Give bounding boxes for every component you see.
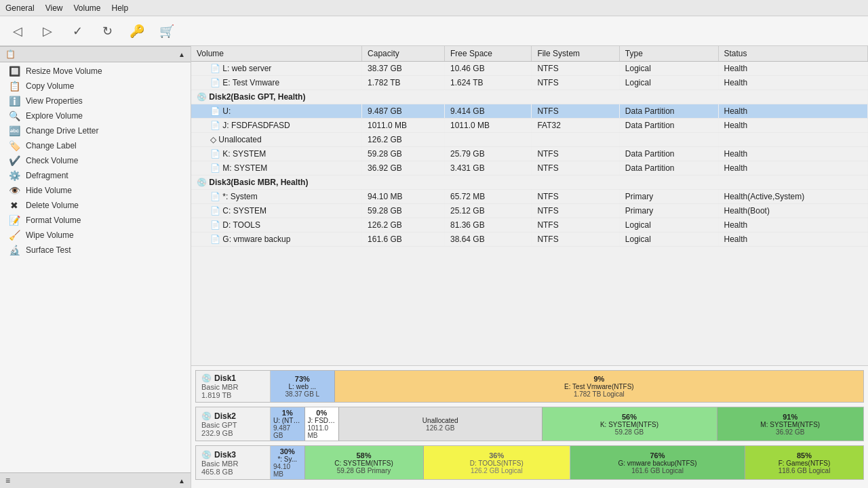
volume-icon: 📄 [210, 192, 220, 201]
disk-visualizer: 💿 Disk1 Basic MBR 1.819 TB 73% L: web ..… [191, 366, 868, 488]
volume-table-container[interactable]: Volume Capacity Free Space File System T… [191, 46, 868, 366]
partition-size: 9.487 GB [273, 424, 302, 439]
cell-type: Logical [619, 76, 718, 90]
disk-size: 465.8 GB [201, 468, 264, 476]
menu-volume[interactable]: Volume [74, 3, 101, 13]
cart-button[interactable]: 🛒 [155, 20, 179, 43]
table-row[interactable]: 📄 G: vmware backup 161.6 GB 38.64 GB NTF… [191, 232, 868, 247]
table-row[interactable]: 📄 K: SYSTEM 59.28 GB 25.79 GB NTFS Data … [191, 147, 868, 161]
sidebar-item-copy-volume[interactable]: 📋Copy Volume [0, 79, 191, 94]
menu-general[interactable]: General [5, 3, 35, 13]
content-area: Volume Capacity Free Space File System T… [191, 46, 868, 488]
sidebar-item-change-drive-letter[interactable]: 🔤Change Drive Letter [0, 123, 191, 138]
disk-partitions: 73% L: web ... 38.37 GB L 9% E: Test Vmw… [271, 371, 863, 402]
operations-collapse[interactable]: ▲ [178, 51, 185, 58]
table-row[interactable]: 📄 E: Test Vmware 1.782 TB 1.624 TB NTFS … [191, 76, 868, 90]
disk-name: 💿 Disk1 [201, 373, 264, 383]
cell-capacity: 126.2 GB [362, 218, 445, 232]
cell-type: Data Partition [619, 119, 718, 133]
cell-volume: 📄 J: FSDFASDFASD [191, 119, 362, 133]
partition-name: E: Test Vmware(NTFS) [564, 383, 634, 390]
cell-capacity: 59.28 GB [362, 147, 445, 161]
pending-collapse[interactable]: ▲ [178, 477, 185, 485]
sidebar-item-view-properties[interactable]: ℹ️View Properties [0, 94, 191, 108]
partition[interactable]: 58% C: SYSTEM(NTFS) 59.28 GB Primary [305, 446, 424, 479]
sidebar-item-icon: 👁️ [8, 185, 20, 196]
sidebar-item-wipe-volume[interactable]: 🧹Wipe Volume [0, 228, 191, 243]
partition[interactable]: 56% K: SYSTEM(NTFS) 59.28 GB [542, 407, 717, 441]
cell-capacity: 94.10 MB [362, 190, 445, 204]
sidebar-item-resize-move-volume[interactable]: 🔲Resize Move Volume [0, 64, 191, 79]
sidebar-item-hide-volume[interactable]: 👁️Hide Volume [0, 183, 191, 198]
table-row[interactable]: 📄 U: 9.487 GB 9.414 GB NTFS Data Partiti… [191, 104, 868, 119]
sidebar-item-surface-test[interactable]: 🔬Surface Test [0, 243, 191, 258]
cell-volume: 📄 *: System [191, 190, 362, 204]
disk-label: 💿 Disk1 Basic MBR 1.819 TB [196, 371, 271, 402]
partition-size: 126.2 GB Logical [471, 467, 523, 474]
sidebar-item-icon: ℹ️ [8, 96, 20, 106]
table-row[interactable]: ◇ Unallocated 126.2 GB [191, 133, 868, 147]
apply-button[interactable]: ✓ [65, 20, 90, 43]
table-row[interactable]: 📄 *: System 94.10 MB 65.72 MB NTFS Prima… [191, 190, 868, 204]
cell-type: Primary [619, 190, 718, 204]
partition[interactable]: 1% U: (NTFS) 9.487 GB [271, 407, 305, 441]
partition-pct: 58% [356, 451, 371, 460]
pending-operations-header: ≡ ▲ [0, 472, 191, 488]
sidebar-item-icon: 🔤 [8, 125, 20, 136]
cell-type: Data Partition [619, 104, 718, 119]
toolbar: ◁ ▷ ✓ ↻ 🔑 🛒 [0, 16, 868, 46]
cell-freespace: 25.79 GB [444, 147, 531, 161]
cell-filesystem: NTFS [532, 76, 619, 90]
disk-type: Basic MBR [201, 460, 264, 468]
forward-button[interactable]: ▷ [35, 20, 60, 43]
sidebar-item-change-label[interactable]: 🏷️Change Label [0, 138, 191, 153]
back-button[interactable]: ◁ [5, 20, 30, 43]
partition[interactable]: 76% G: vmware backup(NTFS) 161.6 GB Logi… [570, 446, 745, 479]
partition[interactable]: 73% L: web ... 38.37 GB L [271, 371, 335, 402]
disk-icon: 💿 [201, 373, 212, 383]
sidebar-item-defragment[interactable]: ⚙️Defragment [0, 168, 191, 183]
menu-help[interactable]: Help [112, 3, 129, 13]
partition-size: 126.2 GB [426, 424, 454, 432]
partition-pct: 1% [282, 409, 293, 417]
sidebar-item-explore-volume[interactable]: 🔍Explore Volume [0, 108, 191, 123]
partition[interactable]: Unallocated 126.2 GB [339, 407, 542, 441]
volume-icon: 📄 [210, 206, 220, 216]
sidebar-items: 🔲Resize Move Volume📋Copy Volumeℹ️View Pr… [0, 62, 191, 259]
table-row[interactable]: 📄 D: TOOLS 126.2 GB 81.36 GB NTFS Logica… [191, 218, 868, 232]
partition[interactable]: 36% D: TOOLS(NTFS) 126.2 GB Logical [424, 446, 571, 479]
cell-volume: 📄 E: Test Vmware [191, 76, 362, 90]
partition-size: 59.28 GB [615, 428, 644, 436]
sidebar-item-label: Resize Move Volume [26, 66, 102, 76]
refresh-button[interactable]: ↻ [95, 20, 119, 43]
menu-view[interactable]: View [45, 3, 63, 13]
volume-icon: 📄 [210, 78, 220, 87]
table-row[interactable]: 📄 J: FSDFASDFASD 1011.0 MB 1011.0 MB FAT… [191, 119, 868, 133]
key-button[interactable]: 🔑 [125, 20, 149, 43]
cell-volume: 📄 D: TOOLS [191, 218, 362, 232]
partition[interactable]: 85% F: Games(NTFS) 118.6 GB Logical [745, 446, 863, 479]
sidebar-item-icon: 🏷️ [8, 140, 20, 151]
sidebar-item-check-volume[interactable]: ✔️Check Volume [0, 153, 191, 168]
sidebar-item-icon: ⚙️ [8, 170, 20, 181]
table-row[interactable]: 💿 Disk2(Basic GPT, Health) [191, 90, 868, 104]
sidebar-item-delete-volume[interactable]: ✖Delete Volume [0, 198, 191, 213]
partition[interactable]: 0% J: FSDF... 1011.0 MB [305, 407, 340, 441]
cell-type: Logical [619, 218, 718, 232]
volume-icon: 📄 [210, 106, 220, 116]
table-row[interactable]: 📄 C: SYSTEM 59.28 GB 25.12 GB NTFS Prima… [191, 204, 868, 218]
partition-name: *: Sy... [277, 455, 297, 463]
partition[interactable]: 91% M: SYSTEM(NTFS) 36.92 GB [717, 407, 864, 441]
sidebar-item-format-volume[interactable]: 📝Format Volume [0, 213, 191, 228]
cell-freespace: 3.431 GB [444, 161, 531, 176]
table-row[interactable]: 💿 Disk3(Basic MBR, Health) [191, 176, 868, 190]
sidebar-item-label: Delete Volume [26, 201, 79, 210]
sidebar-item-label: Copy Volume [26, 81, 74, 91]
table-row[interactable]: 📄 M: SYSTEM 36.92 GB 3.431 GB NTFS Data … [191, 161, 868, 176]
partition[interactable]: 9% E: Test Vmware(NTFS) 1.782 TB Logical [335, 371, 863, 402]
col-capacity: Capacity [362, 46, 445, 62]
partition-size: 94.10 MB [273, 463, 302, 478]
cell-type: Data Partition [619, 161, 718, 176]
table-row[interactable]: 📄 L: web server 38.37 GB 10.46 GB NTFS L… [191, 62, 868, 76]
partition[interactable]: 30% *: Sy... 94.10 MB [271, 446, 305, 479]
